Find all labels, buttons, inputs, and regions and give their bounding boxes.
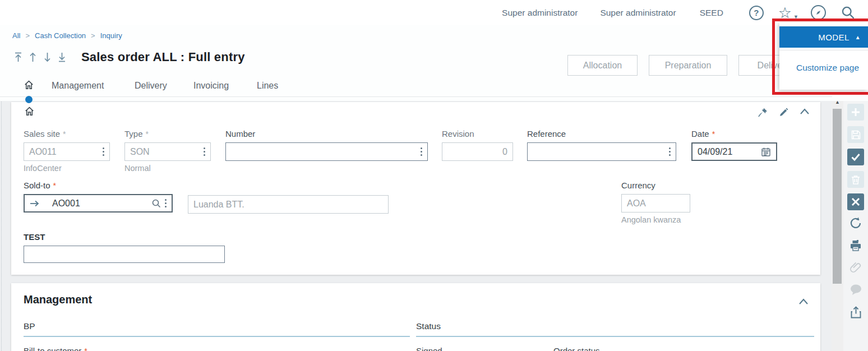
- last-record-icon[interactable]: [57, 52, 67, 63]
- required-marker: *: [84, 347, 87, 351]
- model-dropdown-panel: MODEL ▲ Customize page: [779, 22, 868, 90]
- bill-to-customer-label: Bill-to customer*: [24, 346, 87, 351]
- order-status-label: Order status: [553, 346, 600, 351]
- field-type: Type* SON Normal: [124, 129, 211, 173]
- previous-record-icon[interactable]: [28, 52, 38, 63]
- header-section-card: Sales site* AO011 InfoCenter Type* SON N…: [11, 102, 820, 275]
- favorites-caret-icon[interactable]: ▼: [793, 14, 798, 20]
- date-input[interactable]: 04/09/21: [691, 142, 777, 161]
- group-status-label: Status: [416, 321, 441, 331]
- sales-site-helper: InfoCenter: [24, 164, 110, 173]
- required-marker: *: [712, 130, 715, 138]
- type-input[interactable]: SON: [124, 142, 211, 161]
- validate-button[interactable]: [847, 149, 864, 165]
- sold-to-input[interactable]: AO001: [24, 194, 173, 213]
- breadcrumb: All > Cash Collection > Inquiry: [12, 31, 122, 40]
- field-sales-site: Sales site* AO011 InfoCenter: [24, 129, 110, 173]
- page-title: Sales order ALL : Full entry: [81, 50, 245, 64]
- field-sold-to: Sold-to* AO001: [24, 181, 173, 213]
- sold-to-label: Sold-to: [24, 181, 50, 190]
- cancel-button[interactable]: [847, 193, 864, 210]
- date-label: Date: [691, 129, 709, 138]
- management-section-title: Management: [24, 293, 92, 306]
- tab-lines[interactable]: Lines: [257, 81, 278, 91]
- delete-button: [847, 171, 864, 188]
- required-marker: *: [63, 130, 66, 138]
- signed-label: Signed: [416, 346, 442, 351]
- sold-to-name-input[interactable]: Luanda BTT.: [188, 195, 389, 214]
- header-action-buttons: Allocation Preparation Delivery: [567, 55, 809, 76]
- new-record-button: [847, 104, 864, 121]
- customize-page-menu-item[interactable]: Customize page: [779, 50, 868, 73]
- tab-divider: [0, 96, 832, 97]
- field-sold-to-name: Luanda BTT.: [188, 195, 389, 214]
- number-input[interactable]: [225, 142, 428, 161]
- lookup-icon[interactable]: [151, 198, 161, 209]
- test-label: TEST: [24, 232, 45, 242]
- page-header: All > Cash Collection > Inquiry Sales or…: [0, 25, 868, 101]
- revision-input[interactable]: 0: [442, 142, 513, 161]
- model-dropdown-header[interactable]: MODEL ▲: [779, 26, 868, 48]
- endpoint-badge[interactable]: SEED: [700, 8, 723, 18]
- breadcrumb-all[interactable]: All: [12, 31, 20, 40]
- attachment-icon: [847, 259, 864, 276]
- tab-delivery[interactable]: Delivery: [135, 81, 167, 91]
- field-currency: Currency AOA Angolan kwanza: [621, 181, 690, 224]
- field-menu-icon[interactable]: [669, 147, 671, 156]
- currency-input[interactable]: AOA: [621, 194, 690, 213]
- breadcrumb-separator: >: [91, 31, 95, 40]
- save-button: [847, 126, 864, 143]
- currency-helper: Angolan kwanza: [621, 215, 690, 224]
- breadcrumb-inquiry[interactable]: Inquiry: [100, 31, 122, 40]
- field-menu-icon[interactable]: [165, 199, 167, 208]
- type-label: Type: [124, 129, 143, 138]
- sales-site-label: Sales site: [24, 129, 60, 138]
- vertical-scrollbar[interactable]: ▲: [832, 95, 843, 351]
- tab-management[interactable]: Management: [52, 81, 104, 91]
- field-revision: Revision 0: [442, 129, 513, 161]
- print-button[interactable]: [847, 237, 864, 254]
- revision-label: Revision: [442, 129, 474, 138]
- tab-bar: Management Delivery Invoicing Lines: [0, 79, 868, 96]
- test-input[interactable]: [24, 246, 225, 263]
- tab-invoicing[interactable]: Invoicing: [193, 81, 229, 91]
- preparation-button[interactable]: Preparation: [649, 55, 727, 76]
- field-reference: Reference: [527, 129, 676, 161]
- group-bp-underline: [24, 336, 410, 337]
- help-icon[interactable]: ?: [749, 6, 764, 20]
- tab-home-icon[interactable]: [23, 79, 35, 93]
- field-menu-icon[interactable]: [421, 147, 423, 156]
- group-status-underline: [416, 336, 814, 337]
- section-home-icon[interactable]: [24, 105, 35, 119]
- favorites-star-icon[interactable]: ☆: [778, 6, 792, 20]
- user-role: Super administrator: [600, 8, 676, 18]
- share-button[interactable]: [847, 304, 864, 321]
- field-menu-icon[interactable]: [204, 147, 206, 156]
- sales-site-input[interactable]: AO011: [24, 142, 110, 161]
- field-menu-icon[interactable]: [103, 147, 105, 156]
- reference-input[interactable]: [527, 142, 676, 161]
- allocation-button[interactable]: Allocation: [567, 55, 638, 76]
- first-record-icon[interactable]: [13, 52, 23, 63]
- reference-label: Reference: [527, 129, 566, 138]
- type-helper: Normal: [124, 164, 211, 173]
- edit-pencil-icon[interactable]: [778, 107, 789, 118]
- field-number: Number: [225, 129, 428, 161]
- field-date: Date* 04/09/21: [691, 129, 777, 161]
- group-bp-label: BP: [24, 321, 35, 331]
- scrollbar-thumb[interactable]: [833, 109, 842, 284]
- collapse-section-icon[interactable]: [799, 107, 810, 118]
- jump-to-record-icon[interactable]: [30, 200, 40, 207]
- search-icon[interactable]: [841, 5, 856, 20]
- number-label: Number: [225, 129, 255, 138]
- calendar-icon[interactable]: [761, 147, 771, 157]
- right-toolbar: [843, 95, 868, 351]
- navigation-compass-icon[interactable]: [811, 5, 826, 20]
- collapse-management-icon[interactable]: [798, 297, 809, 308]
- field-test: TEST: [24, 232, 225, 263]
- pin-section-icon[interactable]: [758, 107, 768, 118]
- next-record-icon[interactable]: [43, 52, 52, 63]
- breadcrumb-cash-collection[interactable]: Cash Collection: [35, 31, 86, 40]
- management-section-card: Management BP Status Bill-to customer* S…: [11, 283, 820, 351]
- refresh-button[interactable]: [847, 215, 864, 232]
